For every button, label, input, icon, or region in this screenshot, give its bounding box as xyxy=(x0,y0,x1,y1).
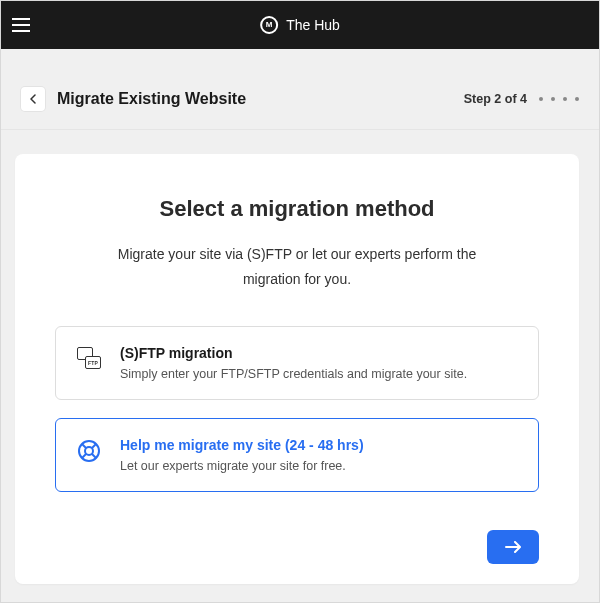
menu-button[interactable] xyxy=(1,1,41,49)
svg-rect-2 xyxy=(12,30,30,32)
ftp-icon: FTP xyxy=(76,345,102,369)
svg-rect-0 xyxy=(12,18,30,20)
arrow-right-icon xyxy=(505,541,521,553)
card-heading: Select a migration method xyxy=(55,196,539,222)
step-dots xyxy=(539,97,579,101)
page-header: Migrate Existing Website Step 2 of 4 xyxy=(1,49,599,130)
option-help-migrate[interactable]: Help me migrate my site (24 - 48 hrs) Le… xyxy=(55,418,539,492)
page-title: Migrate Existing Website xyxy=(57,90,452,108)
hamburger-icon xyxy=(12,18,30,32)
content-card: Select a migration method Migrate your s… xyxy=(15,154,579,584)
top-bar: M The Hub xyxy=(1,1,599,49)
option-help-desc: Let our experts migrate your site for fr… xyxy=(120,459,518,473)
step-dot xyxy=(539,97,543,101)
svg-line-8 xyxy=(92,454,96,458)
step-label: Step 2 of 4 xyxy=(464,92,527,106)
step-dot xyxy=(551,97,555,101)
step-dot xyxy=(575,97,579,101)
svg-line-6 xyxy=(92,444,96,448)
option-sftp-desc: Simply enter your FTP/SFTP credentials a… xyxy=(120,367,518,381)
option-sftp[interactable]: FTP (S)FTP migration Simply enter your F… xyxy=(55,326,539,400)
chevron-left-icon xyxy=(30,94,36,104)
brand-name: The Hub xyxy=(286,17,340,33)
card-subtitle: Migrate your site via (S)FTP or let our … xyxy=(107,242,487,292)
step-dot xyxy=(563,97,567,101)
option-sftp-title: (S)FTP migration xyxy=(120,345,518,361)
brand-logo-icon: M xyxy=(260,16,278,34)
svg-line-7 xyxy=(82,454,86,458)
brand: M The Hub xyxy=(260,16,340,34)
option-help-title: Help me migrate my site (24 - 48 hrs) xyxy=(120,437,518,453)
step-indicator: Step 2 of 4 xyxy=(464,92,579,106)
page-body: Migrate Existing Website Step 2 of 4 Sel… xyxy=(1,49,599,584)
lifebuoy-icon xyxy=(76,437,102,463)
svg-rect-1 xyxy=(12,24,30,26)
svg-point-4 xyxy=(85,447,93,455)
next-button[interactable] xyxy=(487,530,539,564)
back-button[interactable] xyxy=(21,87,45,111)
svg-line-5 xyxy=(82,444,86,448)
